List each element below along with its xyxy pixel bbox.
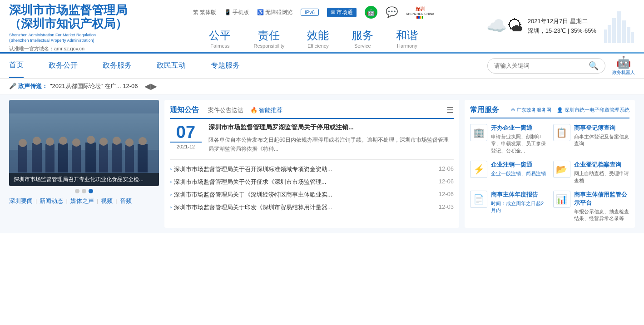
link-audio[interactable]: 音频 xyxy=(120,197,132,205)
service-item-5[interactable]: 📄 商事主体年度报告 时间：成立周年之日起2月内 xyxy=(470,191,547,222)
nav-home[interactable]: 首页 xyxy=(9,54,24,78)
svg-rect-15 xyxy=(99,144,108,172)
service-desc-4: 网上自助查档、受理申请查档 xyxy=(574,170,630,184)
service-desc-3: 企业一般注销、简易注销 xyxy=(491,170,546,177)
svg-point-28 xyxy=(139,137,147,145)
featured-title[interactable]: 深圳市市场监督管理局罗湖监管局关于停用或注销... xyxy=(208,123,454,132)
services-title: 常用服务 xyxy=(470,105,499,115)
gov-service-icon-top[interactable]: 🤖 xyxy=(365,6,377,19)
svg-point-23 xyxy=(72,138,80,147)
service-name-1: 开办企业一窗通 xyxy=(491,124,547,132)
svg-point-24 xyxy=(87,136,95,144)
search-box: 🔍 xyxy=(487,58,605,74)
weather-info: 2021年12月7日 星期二 深圳，15-23℃ | 35%-65% xyxy=(528,17,596,35)
svg-rect-17 xyxy=(125,145,134,172)
search-input[interactable] xyxy=(494,62,589,69)
mic-icon: 🎤 xyxy=(9,83,16,89)
featured-content: 深圳市市场监督管理局罗湖监管局关于停用或注销... 限各单位自本公告发布之日起6… xyxy=(208,123,454,154)
list-item[interactable]: ◦深圳市市场监督管理局关于公开征求《深圳市市场监管理... 12-06 xyxy=(170,178,454,186)
service-icon-2: 📋 xyxy=(553,124,570,141)
nav-special[interactable]: 专题服务 xyxy=(211,54,240,77)
service-name-2: 商事登记簿查询 xyxy=(574,124,630,132)
service-icon-1: 🏢 xyxy=(470,124,487,141)
service-item-6[interactable]: 📊 商事主体信用监管公示平台 年报公示信息、抽查检查结果、经营异常名录等 xyxy=(553,191,630,222)
service-icon-6: 📊 xyxy=(553,191,570,208)
svg-rect-5 xyxy=(604,30,607,43)
ticker-nav: ◀▶ xyxy=(144,81,157,91)
svg-point-21 xyxy=(46,138,54,146)
guangdong-service-link[interactable]: ❄ 广东政务服务网 xyxy=(511,107,551,113)
service-item-1[interactable]: 🏢 开办企业一窗通 申请营业执照、刻制印章、申领发票、员工参保登记、公积金... xyxy=(470,124,547,154)
mobile-icon: 📱 xyxy=(224,9,231,15)
list-item[interactable]: ◦深圳市市场监督管理局关于印发《深圳市贸易结算用计量器... 12-03 xyxy=(170,203,454,212)
traditional-btn[interactable]: 繁 繁体版 xyxy=(193,9,216,16)
dot-1[interactable] xyxy=(75,189,79,193)
service-name-5: 商事主体年度报告 xyxy=(491,191,547,199)
service-icon-3: ⚡ xyxy=(470,161,487,178)
featured-desc: 限各单位自本公告发布之日起60日内依规办理停用或者注销手续。逾期不处理，深圳市市… xyxy=(208,135,454,154)
svg-rect-1 xyxy=(612,18,616,43)
smart-recommend[interactable]: 🔥 智能推荐 xyxy=(250,106,282,114)
svg-rect-0 xyxy=(617,11,621,43)
svg-rect-18 xyxy=(138,144,148,172)
robot-button[interactable]: 🤖 政务机器人 xyxy=(612,55,635,76)
svg-rect-10 xyxy=(32,143,42,172)
robot-label: 政务机器人 xyxy=(612,69,635,76)
svg-rect-9 xyxy=(18,145,27,172)
accessible-btn[interactable]: ♿ 无障碍浏览 xyxy=(257,9,292,16)
value-harmony: 和谐 Harmony xyxy=(396,28,418,49)
service-icon-4: 📂 xyxy=(553,161,570,178)
nav-gov-service[interactable]: 政务服务 xyxy=(103,54,132,77)
value-responsibility: 责任 Responsibility xyxy=(253,28,284,49)
featured-date: 07 2021-12 xyxy=(170,123,202,154)
svg-rect-13 xyxy=(72,145,81,172)
service-name-3: 企业注销一窗通 xyxy=(491,161,546,169)
domain-label: 认准唯一官方域名：amr.sz.gov.cn xyxy=(9,45,127,52)
link-video[interactable]: 视频 xyxy=(101,197,113,205)
service-icon-5: 📄 xyxy=(470,191,487,208)
ticker-text: "2021从都国际论坛" 在广... 12-06 xyxy=(50,82,138,90)
mobile-btn[interactable]: 📱 手机版 xyxy=(224,9,249,16)
list-item[interactable]: ◦深圳市市场监督管理局关于《深圳经济特区商事主体歇业实... 12-06 xyxy=(170,191,454,199)
svg-rect-14 xyxy=(85,143,96,172)
svg-rect-8 xyxy=(9,113,159,150)
announcement-title: 通知公告 xyxy=(170,105,199,115)
market-icon: ✉ xyxy=(331,9,335,15)
service-desc-2: 商事主体登记及备案信息查询 xyxy=(574,133,630,148)
nav-gov-open[interactable]: 政务公开 xyxy=(49,54,78,77)
person-icon: 👤 xyxy=(557,107,563,113)
search-button[interactable]: 🔍 xyxy=(589,61,599,71)
link-shenzhen-news[interactable]: 深圳要闻 xyxy=(9,197,33,205)
shenzhen-seal-link[interactable]: 👤 深圳市统一电子印章管理系统 xyxy=(557,107,629,113)
dot-2[interactable] xyxy=(82,189,86,193)
service-item-3[interactable]: ⚡ 企业注销一窗通 企业一般注销、简易注销 xyxy=(470,161,547,184)
tab-case-notice[interactable]: 案件公告送达 xyxy=(208,106,243,114)
wechat-icon[interactable]: 💬 xyxy=(386,6,398,18)
ticker-label: 🎤 政声传递： xyxy=(9,82,48,90)
svg-point-27 xyxy=(125,138,134,147)
svg-rect-16 xyxy=(112,143,122,172)
dot-3[interactable] xyxy=(89,189,93,193)
market-channel-btn[interactable]: ✉ 市场通 xyxy=(327,8,357,17)
svg-point-25 xyxy=(99,138,108,146)
logo-title: 深圳市市场监督管理局 （深圳市知识产权局） xyxy=(9,4,127,31)
shenzhen-logo: 深圳 SHENZHEN CHINA xyxy=(406,6,434,19)
svg-rect-4 xyxy=(627,27,630,43)
service-desc-5: 时间：成立周年之日起2月内 xyxy=(491,200,547,214)
link-media[interactable]: 媒体之声 xyxy=(70,197,94,205)
news-image: 深圳市市场监督管理局召开专业化职业化食品安全检... xyxy=(9,100,159,186)
menu-lines-icon[interactable]: ☰ xyxy=(446,105,454,115)
svg-rect-11 xyxy=(45,144,54,172)
value-fairness: 公平 Fairness xyxy=(209,28,231,49)
ipv6-badge: IPv6 xyxy=(301,9,319,16)
link-news-dynamics[interactable]: 新闻动态 xyxy=(40,197,63,205)
building-decoration xyxy=(603,9,635,43)
accessible-icon: ♿ xyxy=(257,9,264,15)
service-item-2[interactable]: 📋 商事登记簿查询 商事主体登记及备案信息查询 xyxy=(553,124,630,154)
nav-citizen[interactable]: 政民互动 xyxy=(157,54,186,77)
robot-icon: 🤖 xyxy=(616,55,631,69)
service-item-4[interactable]: 📂 企业登记档案查询 网上自助查档、受理申请查档 xyxy=(553,161,630,184)
logo-en: Shenzhen Administration For Market Regul… xyxy=(9,32,127,44)
service-name-6: 商事主体信用监管公示平台 xyxy=(574,191,630,207)
list-item[interactable]: ◦深圳市市场监督管理局关于召开深圳标准领域专项资金资助... 12-06 xyxy=(170,165,454,173)
